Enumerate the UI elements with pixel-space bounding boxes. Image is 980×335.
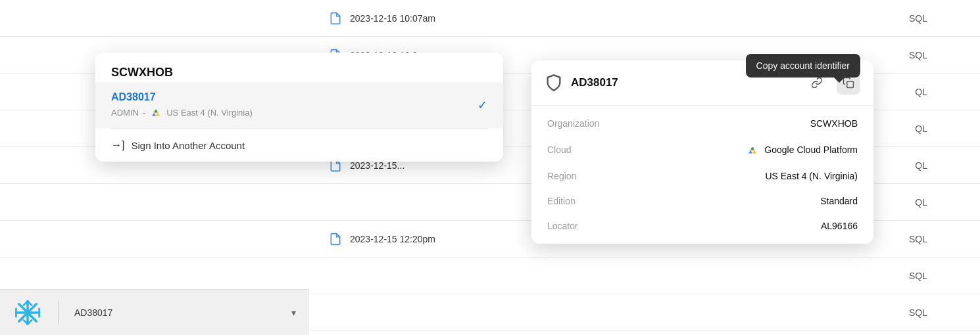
account-dropdown[interactable]: SCWXHOB AD38017 ADMIN - US East 4 (N. Vi… bbox=[95, 53, 503, 162]
edition-value: Standard bbox=[820, 196, 858, 206]
file-icon bbox=[329, 233, 342, 246]
cloud-value: Google Cloud Platform bbox=[746, 143, 858, 156]
svg-rect-1 bbox=[847, 81, 854, 88]
info-row-region: Region US East 4 (N. Virginia) bbox=[531, 164, 873, 189]
cloud-label: Cloud bbox=[547, 145, 620, 155]
dropdown-title: SCWXHOB bbox=[95, 53, 503, 82]
row-type: SQL bbox=[909, 50, 967, 60]
account-item[interactable]: AD38017 ADMIN - US East 4 (N. Virginia) … bbox=[95, 82, 503, 128]
row-date: 2023-12-15 12:20pm bbox=[350, 234, 435, 244]
info-row-locator: Locator AL96166 bbox=[531, 213, 873, 238]
region-label: Region bbox=[547, 171, 620, 181]
row-type: SQL bbox=[909, 307, 967, 318]
sign-in-label: Sign Into Another Account bbox=[131, 140, 245, 151]
info-rows: Organization SCWXHOB Cloud Google Cloud … bbox=[531, 106, 873, 244]
account-selector[interactable]: AD38017 ▾ bbox=[74, 307, 296, 318]
cloud-name: Google Cloud Platform bbox=[764, 145, 858, 155]
shield-icon bbox=[545, 74, 563, 92]
account-info-panel: Copy account identifier AD38017 Organi bbox=[531, 60, 873, 244]
gcp-icon bbox=[149, 106, 162, 119]
sign-in-another-button[interactable]: →] Sign Into Another Account bbox=[95, 129, 503, 162]
file-icon bbox=[329, 12, 342, 25]
sign-in-arrow-icon: →] bbox=[111, 139, 124, 151]
account-region: US East 4 (N. Virginia) bbox=[166, 108, 253, 118]
row-type: SQL bbox=[909, 13, 967, 24]
locator-label: Locator bbox=[547, 221, 620, 231]
vertical-divider bbox=[58, 301, 59, 324]
check-icon: ✓ bbox=[478, 98, 487, 112]
row-date: 2023-12-16 10:07am bbox=[350, 13, 435, 24]
edition-label: Edition bbox=[547, 196, 620, 206]
tooltip: Copy account identifier bbox=[746, 54, 860, 78]
row-type: SQL bbox=[909, 234, 967, 244]
account-role: ADMIN bbox=[111, 108, 139, 118]
row-type: QL bbox=[915, 87, 967, 97]
info-row-cloud: Cloud Google Cloud Platform bbox=[531, 136, 873, 164]
chevron-down-icon: ▾ bbox=[291, 307, 296, 318]
svg-point-2 bbox=[751, 147, 754, 150]
account-id-label: AD38017 bbox=[571, 76, 797, 89]
row-type: SQL bbox=[909, 271, 967, 281]
locator-value: AL96166 bbox=[821, 221, 858, 231]
organization-value: SCWXHOB bbox=[810, 118, 858, 129]
sidebar-bottom: AD38017 ▾ bbox=[0, 289, 309, 335]
table-row: 2023-12-16 10:07am SQL bbox=[0, 0, 980, 37]
svg-point-0 bbox=[155, 110, 157, 112]
account-item-sub: ADMIN - US East 4 (N. Virginia) bbox=[111, 106, 253, 119]
account-selector-text: AD38017 bbox=[74, 307, 112, 318]
info-row-edition: Edition Standard bbox=[531, 189, 873, 213]
row-type: QL bbox=[915, 197, 967, 208]
row-type: QL bbox=[915, 123, 967, 134]
tooltip-text: Copy account identifier bbox=[756, 60, 850, 71]
snowflake-logo bbox=[13, 298, 42, 327]
link-icon bbox=[811, 77, 823, 89]
organization-label: Organization bbox=[547, 118, 620, 129]
region-value: US East 4 (N. Virginia) bbox=[765, 171, 858, 181]
account-item-id: AD38017 bbox=[111, 91, 253, 103]
row-type: QL bbox=[915, 160, 967, 171]
info-row-organization: Organization SCWXHOB bbox=[531, 111, 873, 136]
gcp-cloud-icon bbox=[746, 143, 759, 156]
separator: - bbox=[143, 108, 145, 118]
